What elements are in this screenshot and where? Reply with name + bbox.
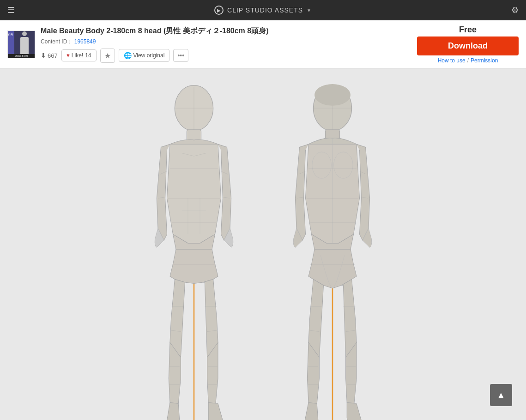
like-label: Like! xyxy=(72,52,83,59)
svg-point-34 xyxy=(314,84,351,106)
price-label: Free xyxy=(459,25,477,35)
thumbnail-inner: 男性 美ボ ディ ２ 180cm 8頭身 xyxy=(8,31,35,58)
how-to-use-link[interactable]: How to use xyxy=(438,57,466,64)
settings-icon[interactable]: ⚙ xyxy=(511,5,519,15)
like-button[interactable]: ♥ Like! 14 xyxy=(61,49,97,61)
bookmark-button[interactable]: ★ xyxy=(100,49,115,63)
download-icon: ⬇ xyxy=(41,52,46,59)
thumbnail-head xyxy=(22,31,27,36)
more-options-button[interactable]: ••• xyxy=(173,49,188,62)
separator: / xyxy=(467,57,469,64)
content-header: 男性 美ボ ディ ２ 180cm 8頭身 Male Beauty Body 2-… xyxy=(0,20,526,69)
thumbnail-caption: 180cm 8頭身 xyxy=(8,54,35,58)
download-section: Free Download How to use / Permission xyxy=(417,25,519,64)
back-figure-wrapper xyxy=(272,78,393,420)
earth-icon: 🌐 xyxy=(124,52,132,59)
asset-meta: Content ID： 1965849 xyxy=(41,38,411,46)
download-button[interactable]: Download xyxy=(417,37,519,55)
figures-area xyxy=(125,69,402,420)
main-preview-area: 180cm 8頭身 xyxy=(0,69,526,420)
back-to-top-button[interactable]: ▲ xyxy=(490,384,512,406)
brand-name: CLIP STUDIO ASSETS xyxy=(227,6,303,14)
brand-logo: ▶ CLIP STUDIO ASSETS ▼ xyxy=(214,6,312,15)
view-original-label: View original xyxy=(133,52,165,59)
content-id-link[interactable]: 1965849 xyxy=(74,38,96,45)
clip-studio-icon: ▶ xyxy=(214,6,224,15)
heart-icon: ♥ xyxy=(67,52,70,59)
back-figure-svg xyxy=(272,78,393,420)
back-to-top-icon: ▲ xyxy=(496,390,506,401)
top-navigation: ☰ ▶ CLIP STUDIO ASSETS ▼ ⚙ xyxy=(0,0,526,20)
permission-link[interactable]: Permission xyxy=(471,57,498,64)
front-figure-svg xyxy=(134,78,254,420)
asset-thumbnail: 男性 美ボ ディ ２ 180cm 8頭身 xyxy=(7,30,35,58)
brand-dropdown-icon: ▼ xyxy=(307,8,312,13)
like-count: 14 xyxy=(85,52,91,59)
more-icon: ••• xyxy=(177,52,184,59)
download-count-badge: ⬇ 667 xyxy=(41,52,58,59)
help-links: How to use / Permission xyxy=(438,57,498,64)
asset-info: Male Beauty Body 2-180cm 8 head (男性 美ボディ… xyxy=(41,26,411,63)
preview-container: 180cm 8頭身 xyxy=(0,69,526,420)
view-original-button[interactable]: 🌐 View original xyxy=(119,49,170,62)
download-count: 667 xyxy=(48,52,58,59)
menu-icon[interactable]: ☰ xyxy=(7,5,15,15)
asset-actions: ⬇ 667 ♥ Like! 14 ★ 🌐 View original ••• xyxy=(41,49,411,63)
asset-title: Male Beauty Body 2-180cm 8 head (男性 美ボディ… xyxy=(41,26,411,36)
bookmark-icon: ★ xyxy=(104,52,111,60)
front-figure-wrapper xyxy=(134,78,254,420)
